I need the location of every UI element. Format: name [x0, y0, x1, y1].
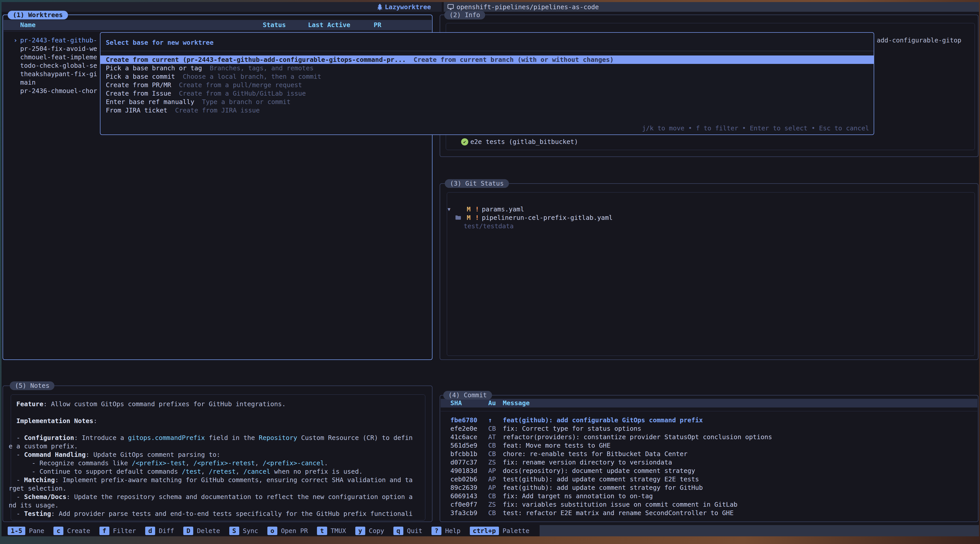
commit-row[interactable]: fbe6780↑feat(github): add configurable G… [440, 416, 978, 425]
commit-row[interactable]: efe2e0eCBfix: Correct type for status op… [440, 425, 978, 433]
git-file-row[interactable]: M!params.yaml [440, 205, 978, 213]
option-label: Pick a base branch or tag [106, 64, 202, 72]
worktree-name: todo-check-global-se [20, 61, 97, 70]
commit-sha: ceb02b6 [450, 475, 477, 484]
dialog-option[interactable]: Enter base ref manuallyType a branch or … [100, 98, 873, 106]
keybar-item[interactable]: 1-5Pane [8, 527, 44, 535]
inline-code: /<prefix>-test [132, 460, 186, 467]
dialog-option[interactable]: Pick a base branch or tagBranches, tags,… [100, 64, 873, 72]
dialog-option[interactable]: From JIRA ticketCreate from JIRA issue [100, 106, 873, 115]
notes-text: : Allow custom GitOps command prefixes f… [43, 400, 285, 408]
notes-text: Custom Resource (CR) to defin [297, 434, 413, 442]
notes-text: , [201, 468, 209, 475]
app-title: Lazyworktree [385, 3, 431, 11]
key-action-label: Create [67, 527, 90, 534]
desktop: { "window": { "app_title": "Lazyworktree… [0, 0, 980, 544]
dialog-option[interactable]: Create from IssueCreate from a GitHub/Gi… [100, 89, 873, 98]
commit-row[interactable]: d077c37ZSfix: rename version directory t… [440, 458, 978, 466]
key-action-label: Delete [197, 527, 220, 534]
dialog-option[interactable]: Create from current (pr-2443-feat-github… [100, 56, 873, 64]
tab-notes[interactable]: (5) Notes [10, 382, 54, 390]
git-unstaged-flag: ! [475, 213, 479, 222]
option-label: From JIRA ticket [106, 107, 167, 114]
dialog-options: Create from current (pr-2443-feat-github… [100, 56, 873, 115]
commit-column-header: Au [488, 399, 496, 407]
notes-text: Implementation Notes [16, 417, 93, 425]
git-file-row[interactable]: M!pipelinerun-cel-prefix-gitlab.yaml [440, 213, 978, 222]
commit-sha: 3fa3cb9 [450, 509, 477, 517]
notes-text: , [235, 468, 243, 475]
dialog-keyboard-hint: j/k to move • f to filter • Enter to sel… [642, 124, 869, 132]
keybar-item[interactable]: cCreate [53, 527, 90, 535]
keybar-item[interactable]: dDiff [145, 527, 174, 535]
tab-worktrees[interactable]: (1) Worktrees [8, 11, 68, 19]
git-folder-name: test/testdata [464, 222, 514, 230]
commit-sha: efe2e0e [450, 425, 477, 433]
commit-sha: cf0e0f7 [450, 500, 477, 509]
keybar-item[interactable]: yCopy [355, 527, 384, 535]
notes-text: - [9, 451, 24, 458]
notes-text: nd its usage. [9, 501, 59, 509]
dialog-option[interactable]: Create from PR/MRCreate from a pull/merg… [100, 81, 873, 89]
option-description: Create from a pull/merge request [179, 81, 302, 89]
option-label: Create from Issue [106, 90, 171, 97]
check-passed-icon: ✔ [461, 138, 468, 145]
key-action-label: Pane [29, 527, 44, 534]
notes-text: : [93, 417, 97, 425]
notes-line: e a custom prefix. [9, 442, 430, 450]
tab-git-status[interactable]: (3) Git Status [445, 179, 509, 188]
title-bar-left: Lazyworktree [2, 2, 442, 12]
keybar-item[interactable]: tTMUX [317, 527, 346, 535]
worktree-name: theakshaypant-fix-gi [20, 70, 97, 78]
commit-row[interactable]: 89c2639APfeat(github): add update commen… [440, 484, 978, 492]
key-badge: o [267, 527, 277, 535]
commit-author: CB [488, 509, 496, 517]
commit-row[interactable]: 3fa3cb9CBtest: refactor E2E matrix and r… [440, 509, 978, 517]
inline-code: gitops.commandPrefix [128, 434, 205, 442]
commit-message: chore: re-enable tests for Bitbucket Dat… [503, 450, 687, 458]
commit-row[interactable]: 561d5e9CBfeat: Move more tests to GHE [440, 441, 978, 450]
notes-text: : Update GitOps comment parsing to: [86, 451, 220, 458]
commit-row[interactable]: 6069143CBfix: Add target ns annotation t… [440, 492, 978, 500]
arrow-up-icon: ↑ [488, 416, 492, 425]
keybar-item[interactable]: ctrl+pPalette [470, 527, 530, 535]
key-badge: f [99, 527, 110, 535]
commit-author: AP [488, 484, 496, 492]
commit-row[interactable]: ceb02b6APtest(github): add update commen… [440, 475, 978, 484]
commit-row[interactable]: 490183dAPdocs(repository): document upda… [440, 466, 978, 475]
keybar-item[interactable]: oOpen PR [267, 527, 308, 535]
worktrees-column-header: Status [263, 20, 286, 30]
notes-text [9, 417, 16, 425]
tab-commit[interactable]: (4) Commit [443, 391, 492, 399]
tab-info[interactable]: (2) Info [444, 11, 485, 19]
commit-row[interactable]: cf0e0f7ZSfix: variables substitution iss… [440, 500, 978, 509]
repo-name: openshift-pipelines/pipelines-as-code [457, 3, 599, 11]
notes-text: - Recognize commands like [9, 460, 132, 467]
commit-column-header: Message [503, 399, 530, 407]
keybar-item[interactable]: qQuit [393, 527, 422, 535]
option-description: Type a branch or commit [202, 98, 290, 106]
notes-line [9, 425, 430, 434]
key-badge: S [229, 527, 239, 535]
info-check-row[interactable]: ✔ e2e tests (gitlab_bitbucket) [461, 138, 578, 146]
key-badge: 1-5 [8, 527, 25, 535]
commit-sha: fbe6780 [450, 416, 477, 425]
commit-row[interactable]: bfcbb1bCBchore: re-enable tests for Bitb… [440, 450, 978, 458]
worktree-name: pr-2504-fix-avoid-we [20, 45, 97, 53]
notes-text: : Update the repository schema and docum… [67, 493, 413, 501]
key-action-label: Diff [159, 527, 174, 534]
keybar-item[interactable]: SSync [229, 527, 258, 535]
keybar-item[interactable]: ?Help [431, 527, 460, 535]
commit-author: AP [488, 475, 496, 484]
commit-row[interactable]: 41c6aceATrefactor(providers): constantiz… [440, 433, 978, 441]
git-folder-row[interactable]: ▼ test/testdata [440, 197, 978, 205]
key-action-label: Quit [407, 527, 422, 534]
key-action-label: Open PR [281, 527, 308, 534]
dialog-option[interactable]: Pick a base commitChoose a local branch,… [100, 72, 873, 81]
notes-text: field in the [205, 434, 259, 442]
keybar-item[interactable]: DDelete [183, 527, 220, 535]
keybar-item[interactable]: fFilter [99, 527, 136, 535]
key-badge: y [355, 527, 365, 535]
repo-icon [447, 3, 454, 10]
key-action-label: Help [445, 527, 460, 534]
